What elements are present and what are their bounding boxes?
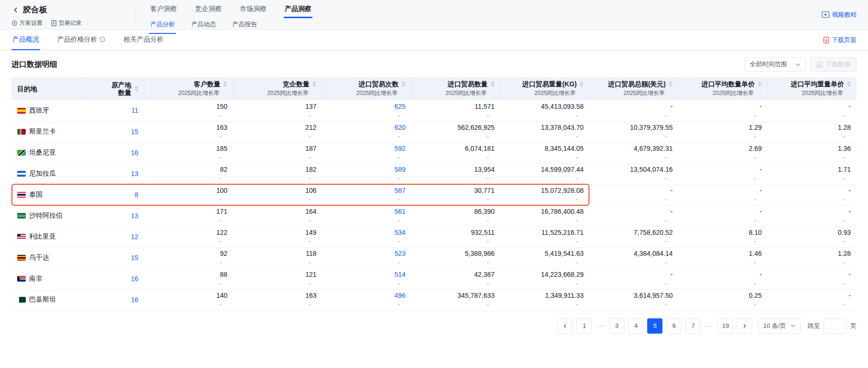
trade-count-link[interactable]: 496	[328, 291, 406, 300]
cell-value: 106	[239, 186, 317, 195]
competitor-count-cell: 163-	[233, 289, 322, 310]
download-page-link[interactable]: 下载页面	[823, 36, 857, 44]
column-header-avg-weight-price[interactable]: 进口平均重量单价2025同比增长率	[767, 77, 857, 100]
table-row-liberia: 利比里亚12122-149-534-932,511-11,525,216.71-…	[11, 226, 857, 247]
main-tab-market-insight[interactable]: 市场洞察	[239, 4, 268, 18]
column-header-import-trade-count[interactable]: 进口贸易次数2025同比增长率	[322, 77, 412, 100]
trade-count-link[interactable]: 592	[328, 144, 406, 153]
growth-value: -	[595, 279, 673, 287]
page-button-5[interactable]: 5	[647, 318, 662, 334]
main-tab-product-insight[interactable]: 产品洞察	[284, 4, 312, 18]
cell-value: 118	[239, 249, 317, 258]
growth-value: -	[684, 258, 762, 266]
page-button-6[interactable]: 6	[666, 318, 682, 334]
next-page-button[interactable]	[737, 318, 752, 334]
growth-value: -	[684, 111, 762, 119]
cell-value: -	[773, 291, 851, 300]
origin-count-link[interactable]: 16	[131, 149, 138, 157]
column-header-origin-count[interactable]: 原产地数量	[83, 77, 144, 100]
prev-page-button[interactable]	[558, 318, 573, 334]
sort-desc-icon	[223, 84, 227, 87]
video-tutorial-link[interactable]: 视频教程	[822, 11, 857, 19]
sort-icons	[402, 81, 405, 87]
cell-value: 1.29	[684, 123, 762, 132]
main-tab-customer-insight[interactable]: 客户洞察	[149, 4, 178, 18]
origin-count-link[interactable]: 13	[131, 212, 138, 220]
cell-value: 2.69	[684, 144, 762, 153]
table-row-tanzania: 坦桑尼亚16185-187-592-6,074,181-8,345,144.05…	[11, 142, 857, 163]
column-header-avg-quantity-price[interactable]: 进口平均数量单价2025同比增长率	[679, 77, 768, 100]
pagination-ellipsis: ···	[704, 318, 714, 334]
origin-count-link[interactable]: 16	[131, 296, 138, 304]
jump-page-input[interactable]	[824, 318, 847, 334]
column-header-customer-count[interactable]: 客户数量2025同比增长率	[144, 77, 233, 100]
column-header-import-trade-amount[interactable]: 进口贸易总额(美元)2025同比增长率	[589, 77, 679, 100]
sub-tab-product-reports[interactable]: 产品报告	[231, 18, 258, 34]
back-button[interactable]	[11, 6, 20, 14]
page-button-1[interactable]: 1	[577, 318, 592, 334]
column-header-import-trade-weight[interactable]: 进口贸易重量(KG)2025同比增长率	[500, 77, 589, 100]
sort-icons	[669, 81, 672, 87]
section-tab-label: 相关产品分析	[124, 35, 164, 44]
column-header-import-trade-quantity[interactable]: 进口贸易数量2025同比增长率	[411, 77, 500, 100]
trade-count-link[interactable]: 587	[328, 186, 406, 195]
growth-value: -	[328, 258, 406, 266]
scheme-settings-link[interactable]: 方案设置	[11, 19, 42, 27]
table-row-south-africa: 南非1688-121-514-42,387-14,223,668.29-----…	[11, 268, 857, 289]
page-size-select[interactable]: 10 条/页	[758, 318, 801, 334]
main-tab-competitor-insight[interactable]: 竞企洞察	[194, 4, 223, 18]
origin-count-link[interactable]: 12	[131, 233, 138, 241]
page-button-3[interactable]: 3	[609, 318, 624, 334]
column-header-competitor-count[interactable]: 竞企数量2025同比增长率	[233, 77, 322, 100]
section-tab-product-price-analysis[interactable]: 产品价格分析	[56, 30, 106, 50]
import-trade-weight-cell: 15,072,928.08-	[500, 184, 589, 205]
country-name: 斯里兰卡	[29, 127, 56, 136]
cell-value: 5,388,986	[417, 249, 495, 258]
time-range-select[interactable]: 全部时间范围	[744, 57, 806, 72]
growth-value: -	[595, 153, 673, 161]
origin-count-link[interactable]: 8	[134, 191, 138, 199]
page-button-19[interactable]: 19	[718, 318, 733, 334]
trade-records-link[interactable]: 贸易记录	[51, 19, 82, 27]
growth-value: -	[595, 300, 673, 308]
growth-value: -	[595, 216, 673, 224]
section-tab-product-overview[interactable]: 产品概况	[11, 30, 40, 50]
sort-desc-icon	[312, 84, 316, 87]
trade-count-link[interactable]: 534	[328, 228, 406, 237]
document-icon	[51, 20, 57, 26]
sort-asc-icon	[312, 81, 316, 84]
growth-value: -	[328, 279, 406, 287]
trade-count-link[interactable]: 514	[328, 270, 406, 279]
trade-count-link[interactable]: 561	[328, 207, 406, 216]
pagination: 1···34567···1910 条/页跳至页	[11, 318, 857, 343]
section-tab-related-product-analysis[interactable]: 相关产品分析	[123, 30, 165, 50]
import-trade-quantity-cell: 13,954-	[411, 163, 500, 184]
trade-count-link[interactable]: 589	[328, 165, 406, 174]
download-data-button[interactable]: 下载数据	[810, 57, 857, 72]
sort-icons	[134, 86, 138, 92]
page-button-4[interactable]: 4	[628, 318, 643, 334]
trade-count-link[interactable]: 620	[328, 123, 406, 132]
page-button-7[interactable]: 7	[685, 318, 701, 334]
origin-count-link[interactable]: 15	[131, 128, 138, 136]
customer-count-cell: 185-	[144, 142, 233, 163]
trade-count-link[interactable]: 523	[328, 249, 406, 258]
table-wrap: 目的地原产地数量客户数量2025同比增长率竞企数量2025同比增长率进口贸易次数…	[11, 77, 857, 311]
origin-count-link[interactable]: 13	[131, 170, 138, 178]
cell-value: -	[773, 186, 851, 195]
flag-icon	[17, 234, 26, 240]
origin-count-link[interactable]: 11	[131, 106, 138, 114]
import-trade-weight-cell: 45,413,093.58-	[500, 100, 589, 121]
cell-value: 1.71	[773, 165, 851, 174]
import-trade-count-cell: 592-	[322, 142, 412, 163]
growth-value: -	[417, 132, 495, 140]
trade-count-link[interactable]: 625	[328, 102, 406, 111]
origin-count-link[interactable]: 16	[131, 275, 138, 283]
cell-value: -	[684, 165, 762, 174]
column-subtitle: 2025同比增长率	[417, 89, 495, 97]
growth-value: -	[239, 132, 317, 140]
sub-tab-product-trends[interactable]: 产品动态	[190, 18, 217, 34]
origin-count-link[interactable]: 15	[131, 254, 138, 262]
column-header-destination: 目的地	[11, 77, 83, 100]
import-trade-count-cell: 561-	[322, 205, 412, 226]
